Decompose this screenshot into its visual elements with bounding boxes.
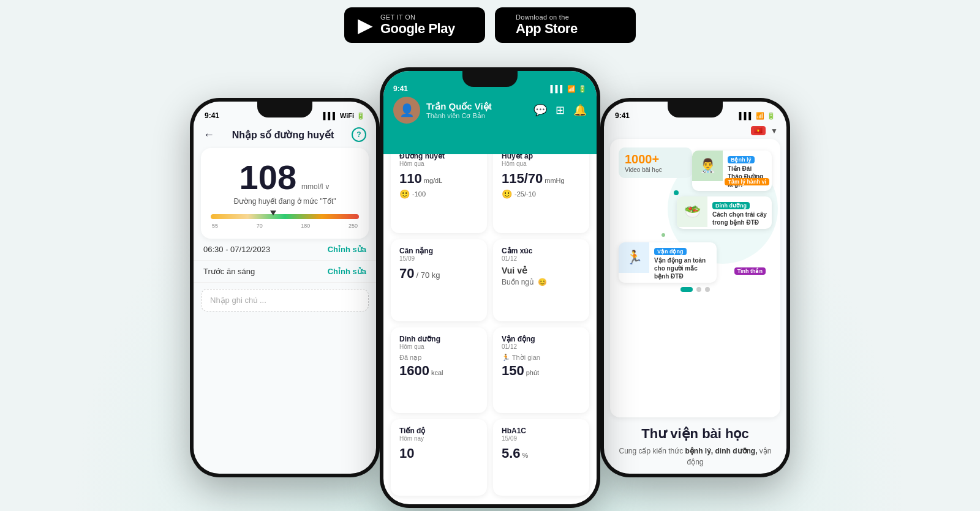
date-row: 06:30 - 07/12/2023 Chỉnh sửa: [194, 239, 376, 261]
card-5-value: 150 phút: [502, 363, 581, 379]
card-5-sub: 01/12: [502, 343, 581, 350]
battery-icon-c: 🔋: [578, 85, 587, 93]
tag-van-dong: Vận động: [654, 248, 687, 255]
phone-notch-right: [668, 102, 723, 117]
card-4-value: 1600 kcal: [399, 363, 478, 379]
notes-input[interactable]: Nhập ghi chú ...: [201, 289, 369, 311]
google-play-icon: ▶: [358, 15, 373, 35]
tag-tinh-than-container: Tinh thần: [734, 264, 766, 276]
smiley-0: 🙂: [399, 189, 410, 199]
card-0-sub: Hôm qua: [399, 160, 478, 167]
header-icons: 💬 ⊞ 🔔: [533, 103, 587, 117]
card-1-sub: Hôm qua: [502, 160, 581, 167]
flag-badge[interactable]: 🇻🇳: [751, 126, 766, 135]
app-store-top-text: Download on the: [516, 13, 578, 21]
center-status-icons: ▌▌▌ 📶 🔋: [551, 85, 587, 93]
qr-icon[interactable]: ⊞: [556, 103, 565, 117]
right-status-time: 9:41: [615, 111, 630, 120]
language-dropdown-arrow[interactable]: ▼: [771, 127, 778, 135]
card-3-sub: 01/12: [502, 255, 581, 262]
bs-scale: 55 70 180 250: [211, 223, 359, 229]
scale-70: 70: [257, 223, 263, 229]
lib-card-img-3: 🏃: [619, 242, 649, 273]
dot-1[interactable]: [680, 287, 693, 292]
card-can-nang[interactable]: Cân nặng 15/09 70 / 70 kg: [391, 239, 487, 321]
bs-bar: [211, 214, 359, 219]
card-duong-huyet[interactable]: Đường huyết Hôm qua 110 mg/dL 🙂 -100: [391, 144, 487, 233]
center-status-time: 9:41: [393, 84, 408, 93]
wifi-icon-c: 📶: [567, 85, 576, 93]
phones-area: 9:41 ▌▌▌ WiFi 🔋 ← Nhập số đường huyết ?: [0, 55, 980, 508]
back-arrow-icon[interactable]: ←: [203, 129, 214, 141]
lib-card-dinh-duong[interactable]: 🥗 Dinh dưỡng Cách chọn trái cây trong bệ…: [677, 196, 772, 229]
chat-icon[interactable]: 💬: [533, 103, 547, 117]
card-van-dong[interactable]: Vận động 01/12 🏃 Thời gian 150 phút: [493, 327, 589, 413]
card-6-title: Tiến độ: [399, 427, 478, 435]
bell-icon[interactable]: 🔔: [573, 103, 587, 117]
unit-chevron[interactable]: ∨: [325, 182, 330, 191]
phone-notch-left: [257, 102, 312, 117]
left-page-title: Nhập số đường huyết: [232, 129, 334, 141]
card-cam-xuc[interactable]: Cảm xúc 01/12 Vui vẻ Buồn ngủ 😊: [493, 239, 589, 321]
help-icon[interactable]: ?: [352, 127, 366, 142]
dot-2[interactable]: [696, 287, 701, 292]
carousel-dots: [619, 287, 772, 292]
video-block: 1000+ Video bài học: [619, 147, 692, 178]
card-tien-do[interactable]: Tiến độ Hôm nay 10: [391, 419, 487, 496]
card-4-title: Dinh dưỡng: [399, 335, 478, 343]
left-phone: 9:41 ▌▌▌ WiFi 🔋 ← Nhập số đường huyết ?: [190, 98, 380, 477]
card-3-title: Cảm xúc: [502, 247, 581, 255]
dashboard-grid: Đường huyết Hôm qua 110 mg/dL 🙂 -100: [383, 136, 597, 504]
notes-placeholder: Nhập ghi chú ...: [210, 296, 266, 305]
center-phone: 9:41 ▌▌▌ 📶 🔋 👤 Trần Quốc Việt Thà: [380, 67, 600, 508]
date-edit-btn[interactable]: Chỉnh sửa: [328, 245, 366, 254]
card-7-sub: 15/09: [502, 435, 581, 442]
video-count: 1000+: [625, 152, 686, 166]
card-1-delta: 🙂 -25/-10: [502, 189, 581, 199]
card-3-value: Vui vẻ: [502, 266, 581, 275]
lib-card-img-2: 🥗: [677, 196, 707, 227]
meal-edit-btn[interactable]: Chỉnh sửa: [328, 267, 366, 276]
card-hba1c[interactable]: HbA1C 15/09 5.6 %: [493, 419, 589, 496]
tag-benh-ly: Bệnh lý: [728, 156, 755, 163]
tag-tam-ly: Tâm lý hành vi: [725, 178, 769, 185]
scale-180: 180: [301, 223, 310, 229]
card-huyet-ap[interactable]: Huyết áp Hôm qua 115/70 mmHg 🙂 -25/-10: [493, 144, 589, 233]
card-2-title: Cân nặng: [399, 247, 478, 255]
dot-light-green: [662, 233, 665, 237]
library-title: Thư viện bài học: [610, 426, 780, 442]
meal-label: Trước ăn sáng: [203, 267, 255, 276]
app-store-button[interactable]: Download on the App Store: [495, 7, 636, 43]
dot-3[interactable]: [705, 287, 710, 292]
signal-icon-c: ▌▌▌: [551, 85, 565, 92]
scale-55: 55: [212, 223, 218, 229]
card-2-value: 70 / 70 kg: [399, 266, 478, 282]
tag-tam-ly-container: Tâm lý hành vi: [725, 175, 769, 187]
right-screen: 9:41 ▌▌▌ 📶 🔋 🇻🇳 ▼: [604, 102, 786, 474]
card-2-sub: 15/09: [399, 255, 478, 262]
card-5-thoi-gian: 🏃 Thời gian: [502, 354, 581, 362]
lib-desc-bold1: bệnh lý, dinh dưỡng,: [685, 447, 758, 455]
google-play-top-text: GET IT ON: [380, 13, 455, 21]
card-4-da-nap: Đã nạp: [399, 354, 478, 362]
bs-number: 108: [239, 160, 296, 195]
app-store-main-text: App Store: [516, 21, 578, 37]
date-label: 06:30 - 07/12/2023: [203, 245, 270, 254]
right-phone: 9:41 ▌▌▌ 📶 🔋 🇻🇳 ▼: [600, 98, 790, 477]
lib-card-img-0: 👨‍⚕️: [692, 151, 723, 181]
carousel-inner: 1000+ Video bài học 👨‍⚕️ Bệnh lý Tiền Đá…: [619, 147, 772, 282]
card-text-2: Cách chọn trái cây trong bệnh ĐTĐ: [712, 211, 767, 226]
card-4-sub: Hôm qua: [399, 343, 478, 350]
card-dinh-duong[interactable]: Dinh dưỡng Hôm qua Đã nạp 1600 kcal: [391, 327, 487, 413]
avatar: 👤: [393, 97, 420, 124]
bs-status: Đường huyết đang ở mức "Tốt": [211, 197, 359, 206]
lib-card-van-dong[interactable]: 🏃 Vận động Vận động an toàn cho người mắ…: [619, 242, 717, 283]
card-6-sub: Hôm nay: [399, 435, 478, 442]
meal-row: Trước ăn sáng Chỉnh sửa: [194, 261, 376, 283]
bs-indicator: [211, 214, 359, 219]
card-1-value: 115/70 mmHg: [502, 171, 581, 187]
signal-icon-r: ▌▌▌: [739, 112, 753, 119]
google-play-button[interactable]: ▶ GET IT ON Google Play: [344, 7, 485, 43]
profile-sub: Thành viên Cơ Bản: [426, 112, 492, 120]
left-status-time: 9:41: [205, 111, 219, 120]
